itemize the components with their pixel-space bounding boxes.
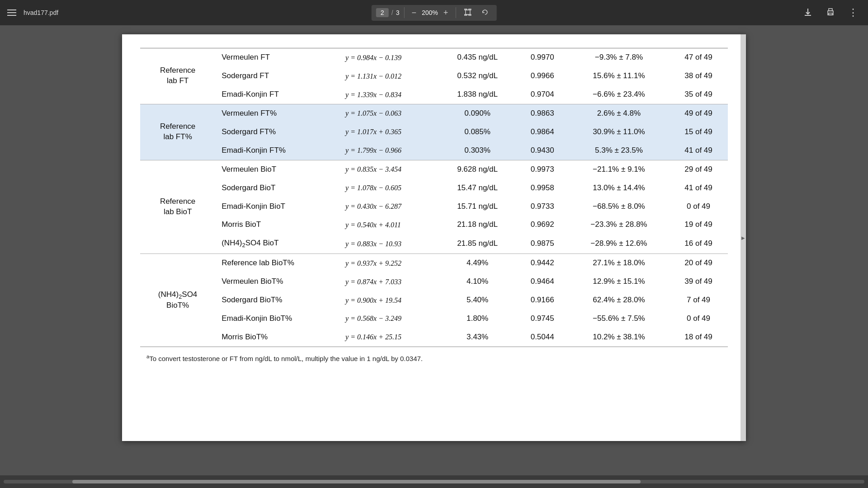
method-cell: Emadi-Konjin FT xyxy=(215,85,339,104)
n-cell: 35 of 49 xyxy=(669,85,728,104)
svg-rect-4 xyxy=(465,10,470,14)
table-row: Sodergard FT y = 1.131x − 0.012 0.532 ng… xyxy=(140,67,728,85)
loa-cell: 0.085% xyxy=(439,123,516,141)
bias-cell: 12.9% ± 15.1% xyxy=(569,272,669,291)
r2-cell: 0.9973 xyxy=(516,160,569,178)
loa-cell: 15.71 ng/dL xyxy=(439,197,516,216)
equation-cell: y = 0.937x + 9.252 xyxy=(339,253,439,272)
method-cell: Sodergard BioT% xyxy=(215,291,339,310)
current-page[interactable]: 2 xyxy=(376,8,389,17)
method-cell: Vermeulen FT% xyxy=(215,104,339,122)
bias-cell: −55.6% ± 7.5% xyxy=(569,310,669,328)
print-icon xyxy=(826,7,835,17)
loa-cell: 21.85 ng/dL xyxy=(439,234,516,253)
r2-cell: 0.9166 xyxy=(516,291,569,310)
download-button[interactable] xyxy=(800,6,816,19)
r2-cell: 0.9704 xyxy=(516,85,569,104)
table-row: Morris BioT% y = 0.146x + 25.15 3.43% 0.… xyxy=(140,328,728,347)
method-cell: Vermeulen BioT xyxy=(215,160,339,178)
bias-cell: 27.1% ± 18.0% xyxy=(569,253,669,272)
loa-cell: 0.090% xyxy=(439,104,516,122)
method-cell: Reference lab BioT% xyxy=(215,253,339,272)
pagination-controls: 2 / 3 − 200% + xyxy=(372,5,497,21)
footnote-cell: aTo convert testosterone or FT from ng/d… xyxy=(140,347,728,368)
horizontal-scrollbar[interactable] xyxy=(4,480,864,483)
table-row: Referencelab BioT Vermeulen BioT y = 0.8… xyxy=(140,160,728,178)
right-panel-indicator[interactable]: ▶ xyxy=(741,34,746,441)
divider2 xyxy=(455,7,456,18)
n-cell: 0 of 49 xyxy=(669,197,728,216)
loa-cell: 5.40% xyxy=(439,291,516,310)
r2-cell: 0.5044 xyxy=(516,328,569,347)
method-cell: Morris BioT% xyxy=(215,328,339,347)
bias-cell: 2.6% ± 4.8% xyxy=(569,104,669,122)
method-cell: Emadi-Konjin BioT xyxy=(215,197,339,216)
equation-cell: y = 1.339x − 0.834 xyxy=(339,85,439,104)
rotate-button[interactable] xyxy=(477,7,492,19)
r2-cell: 0.9464 xyxy=(516,272,569,291)
method-cell: Sodergard FT xyxy=(215,67,339,85)
n-cell: 49 of 49 xyxy=(669,104,728,122)
menu-icon[interactable] xyxy=(7,9,16,16)
table-row: Emadi-Konjin FT% y = 1.799x − 0.966 0.30… xyxy=(140,141,728,160)
more-options-button[interactable]: ⋮ xyxy=(845,7,861,19)
r2-cell: 0.9430 xyxy=(516,141,569,160)
toolbar-right: ⋮ xyxy=(800,6,861,19)
r2-cell: 0.9966 xyxy=(516,67,569,85)
total-pages: 3 xyxy=(396,9,400,16)
loa-cell: 3.43% xyxy=(439,328,516,347)
n-cell: 7 of 49 xyxy=(669,291,728,310)
zoom-out-button[interactable]: − xyxy=(409,8,419,18)
zoom-in-button[interactable]: + xyxy=(441,8,451,18)
table-row: Sodergard BioT% y = 0.900x + 19.54 5.40%… xyxy=(140,291,728,310)
table-row: Vermeulen BioT% y = 0.874x + 7.033 4.10%… xyxy=(140,272,728,291)
bias-cell: −23.3% ± 28.8% xyxy=(569,216,669,234)
pdf-page: Referencelab FT Vermeulen FT y = 0.984x … xyxy=(122,34,746,441)
equation-cell: y = 0.835x − 3.454 xyxy=(339,160,439,178)
n-cell: 16 of 49 xyxy=(669,234,728,253)
equation-cell: y = 1.017x + 0.365 xyxy=(339,123,439,141)
bias-cell: 15.6% ± 11.1% xyxy=(569,67,669,85)
r2-cell: 0.9442 xyxy=(516,253,569,272)
equation-cell: y = 0.874x + 7.033 xyxy=(339,272,439,291)
content-area: Referencelab FT Vermeulen FT y = 0.984x … xyxy=(0,25,868,475)
method-cell: Emadi-Konjin FT% xyxy=(215,141,339,160)
loa-cell: 4.10% xyxy=(439,272,516,291)
r2-cell: 0.9970 xyxy=(516,48,569,67)
n-cell: 38 of 49 xyxy=(669,67,728,85)
method-cell: Sodergard BioT xyxy=(215,179,339,197)
r2-cell: 0.9692 xyxy=(516,216,569,234)
equation-cell: y = 1.799x − 0.966 xyxy=(339,141,439,160)
loa-cell: 15.47 ng/dL xyxy=(439,179,516,197)
equation-cell: y = 0.430x − 6.287 xyxy=(339,197,439,216)
print-button[interactable] xyxy=(823,6,838,19)
download-icon xyxy=(803,7,813,17)
scrollbar-area xyxy=(0,475,868,488)
rotate-icon xyxy=(480,8,489,17)
fit-page-button[interactable] xyxy=(460,7,475,19)
loa-cell: 0.303% xyxy=(439,141,516,160)
scroll-thumb[interactable] xyxy=(72,480,641,483)
bias-cell: −28.9% ± 12.6% xyxy=(569,234,669,253)
bias-cell: −9.3% ± 7.8% xyxy=(569,48,669,67)
category-cell: Referencelab FT xyxy=(140,48,215,104)
n-cell: 41 of 49 xyxy=(669,141,728,160)
r2-cell: 0.9863 xyxy=(516,104,569,122)
method-cell: Vermeulen FT xyxy=(215,48,339,67)
category-cell: Referencelab FT% xyxy=(140,104,215,160)
loa-cell: 0.435 ng/dL xyxy=(439,48,516,67)
equation-cell: y = 0.540x + 4.011 xyxy=(339,216,439,234)
data-table: Referencelab FT Vermeulen FT y = 0.984x … xyxy=(140,48,728,368)
loa-cell: 0.532 ng/dL xyxy=(439,67,516,85)
equation-cell: y = 1.075x − 0.063 xyxy=(339,104,439,122)
r2-cell: 0.9745 xyxy=(516,310,569,328)
n-cell: 39 of 49 xyxy=(669,272,728,291)
table-row: Referencelab FT Vermeulen FT y = 0.984x … xyxy=(140,48,728,67)
equation-cell: y = 0.146x + 25.15 xyxy=(339,328,439,347)
table-row: Emadi-Konjin FT y = 1.339x − 0.834 1.838… xyxy=(140,85,728,104)
table-row: (NH4)2SO4 BioT y = 0.883x − 10.93 21.85 … xyxy=(140,234,728,253)
n-cell: 47 of 49 xyxy=(669,48,728,67)
n-cell: 0 of 49 xyxy=(669,310,728,328)
table-row: Emadi-Konjin BioT y = 0.430x − 6.287 15.… xyxy=(140,197,728,216)
category-cell: (NH4)2SO4BioT% xyxy=(140,253,215,347)
